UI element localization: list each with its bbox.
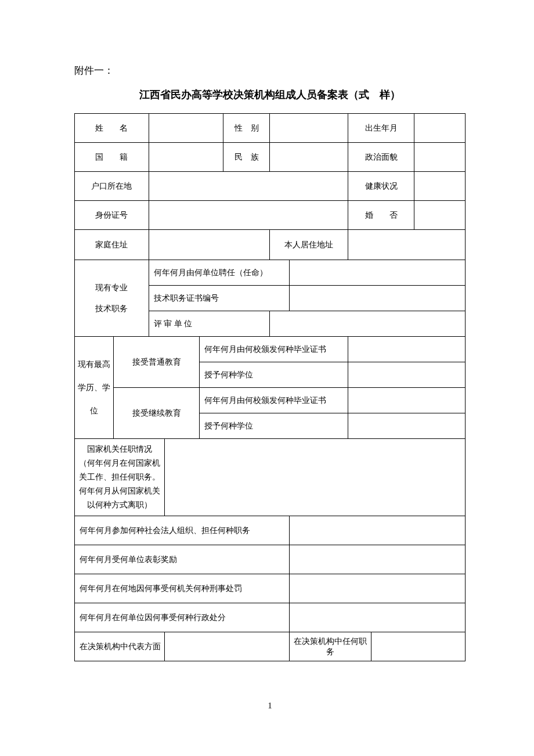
label-org-join: 何年何月参加何种社会法人组织、担任何种职务: [75, 516, 290, 545]
field-rep-aspect: [164, 632, 289, 661]
label-birth: 出生年月: [348, 114, 414, 143]
label-tech-review-unit: 评 审 单 位: [149, 311, 270, 337]
label-nationality: 国 籍: [75, 143, 149, 172]
page-number: 1: [74, 701, 466, 711]
label-tech-appointed: 何年何月由何单位聘任（任命）: [149, 260, 289, 286]
field-gender: [270, 114, 348, 143]
label-rep-aspect: 在决策机构中代表方面: [75, 632, 165, 661]
field-birth: [414, 114, 466, 143]
label-politics: 政治面貌: [348, 143, 414, 172]
label-name: 姓 名: [75, 114, 149, 143]
field-nationality: [149, 143, 223, 172]
field-edu-gen-degree: [348, 362, 466, 388]
label-awards: 何年何月受何单位表彰奖励: [75, 545, 290, 574]
label-edu-general: 接受普通教育: [114, 337, 200, 388]
label-gender: 性 别: [223, 114, 270, 143]
label-ethnic: 民 族: [223, 143, 270, 172]
field-health: [414, 172, 466, 201]
label-admin-penalty: 何年何月在何单位因何事受何种行政处分: [75, 603, 290, 632]
field-org-join: [290, 516, 466, 545]
label-edu-cont-degree: 授予何种学位: [200, 413, 348, 439]
field-tech-appointed: [290, 260, 466, 286]
field-edu-cont-degree: [348, 413, 466, 439]
field-politics: [414, 143, 466, 172]
field-edu-cont-cert: [348, 388, 466, 413]
field-awards: [290, 545, 466, 574]
attachment-label: 附件一：: [74, 64, 466, 77]
field-hukou: [149, 172, 348, 201]
field-marital: [414, 201, 466, 230]
label-home-addr: 家庭住址: [75, 230, 149, 260]
registration-form-table: 姓 名 性 别 出生年月 国 籍 民 族 政治面貌 户口所在地 健康状况 身份证…: [74, 113, 466, 661]
label-edu-cont-cert: 何年何月由何校颁发何种毕业证书: [200, 388, 348, 413]
field-ethnic: [270, 143, 348, 172]
field-criminal: [290, 574, 466, 603]
field-tech-certno: [290, 286, 466, 311]
label-hukou: 户口所在地: [75, 172, 149, 201]
label-edu-cont: 接受继续教育: [114, 388, 200, 439]
label-edu-gen-degree: 授予何种学位: [200, 362, 348, 388]
label-health: 健康状况: [348, 172, 414, 201]
label-tech-certno: 技术职务证书编号: [149, 286, 289, 311]
label-tech-header: 现有专业 技术职务: [75, 260, 149, 337]
field-name: [149, 114, 223, 143]
label-id: 身份证号: [75, 201, 149, 230]
field-gov-service: [164, 439, 465, 516]
field-admin-penalty: [290, 603, 466, 632]
field-id: [149, 201, 348, 230]
label-curr-addr: 本人居住地址: [270, 230, 348, 260]
field-home-addr: [149, 230, 270, 260]
label-edu-header: 现有最高 学历、学位: [75, 337, 114, 439]
field-edu-gen-cert: [348, 337, 466, 362]
label-gov-service: 国家机关任职情况 （何年何月在何国家机关工作、担任何职务。何年何月从何国家机关以…: [75, 439, 165, 516]
field-rep-position: [371, 632, 466, 661]
label-edu-gen-cert: 何年何月由何校颁发何种毕业证书: [200, 337, 348, 362]
field-curr-addr: [348, 230, 466, 260]
label-criminal: 何年何月在何地因何事受何机关何种刑事处罚: [75, 574, 290, 603]
label-rep-position: 在决策机构中任何职务: [290, 632, 371, 661]
document-title: 江西省民办高等学校决策机构组成人员备案表（式 样）: [74, 88, 466, 102]
label-marital: 婚 否: [348, 201, 414, 230]
field-tech-review-unit: [270, 311, 466, 337]
